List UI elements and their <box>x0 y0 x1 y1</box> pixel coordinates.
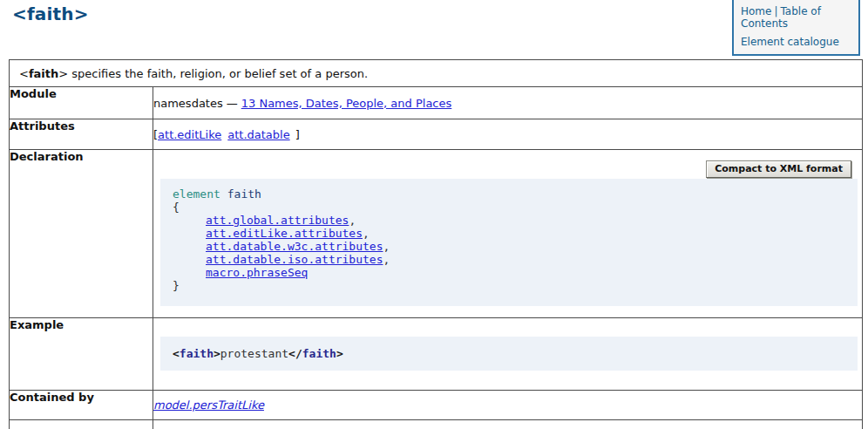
code-line: att.datable.iso.attributes, <box>173 253 858 266</box>
example-close-gt: > <box>336 347 343 360</box>
page-title: <faith> <box>12 3 89 24</box>
code-link-att-editlike-attributes[interactable]: att.editLike.attributes <box>206 227 363 240</box>
partial-bottom-value-cell <box>153 420 863 429</box>
nav-separator: | <box>774 5 777 17</box>
attribute-link-att-datable[interactable]: att.datable <box>227 128 289 141</box>
module-name: namesdates <box>153 97 223 110</box>
code-link-att-global-attributes[interactable]: att.global.attributes <box>206 214 349 227</box>
declaration-row: Declaration Compact to XML format elemen… <box>10 150 863 318</box>
code-link-att-datable-w3c-attributes[interactable]: att.datable.w3c.attributes <box>206 240 383 253</box>
description-row: <faith> specifies the faith, religion, o… <box>10 60 863 87</box>
declaration-code-block: elementfaith { att.global.attributes, at… <box>160 179 858 306</box>
nav-box: Home|Table of Contents Element catalogue <box>732 0 860 56</box>
example-value-cell: <faith>protestant</faith> <box>153 318 863 391</box>
attributes-label: Attributes <box>10 119 153 150</box>
description-tag-close: > <box>58 67 68 80</box>
code-comma: , <box>349 214 356 227</box>
example-close-tag: faith <box>302 347 336 360</box>
example-content: protestant <box>220 347 288 360</box>
contained-by-value-cell: model.persTraitLike <box>153 391 863 420</box>
nav-link-element-catalogue[interactable]: Element catalogue <box>741 36 839 48</box>
code-line: att.datable.w3c.attributes, <box>173 240 858 253</box>
code-line-element: elementfaith <box>173 187 858 201</box>
module-chapter-link[interactable]: 13 Names, Dates, People, and Places <box>241 97 452 110</box>
contained-by-label: Contained by <box>10 391 153 420</box>
description-tag-open: < <box>19 67 29 80</box>
code-line: att.global.attributes, <box>173 214 858 227</box>
contained-by-row: Contained by model.persTraitLike <box>10 391 863 420</box>
example-open-gt: > <box>214 347 220 360</box>
code-line: macro.phraseSeq <box>173 266 858 279</box>
contained-by-link-model-perstraitlike[interactable]: model.persTraitLike <box>153 398 264 412</box>
example-open-tag: faith <box>180 347 214 360</box>
module-value-cell: namesdates—13 Names, Dates, People, and … <box>153 87 863 119</box>
example-close-punct: </ <box>288 347 302 360</box>
nav-line-2: Element catalogue <box>741 36 853 48</box>
attributes-close-bracket: ] <box>295 128 300 141</box>
declaration-value-cell: Compact to XML format elementfaith { att… <box>153 150 863 318</box>
code-line: att.editLike.attributes, <box>173 227 858 240</box>
code-element-name: faith <box>227 187 261 201</box>
example-code-block: <faith>protestant</faith> <box>160 337 858 371</box>
attribute-link-att-editlike[interactable]: att.editLike <box>158 128 221 141</box>
code-close-brace: } <box>173 279 858 292</box>
code-link-macro-phraseseq[interactable]: macro.phraseSeq <box>206 266 308 279</box>
partial-bottom-label-cell <box>10 420 153 429</box>
element-spec-table: <faith> specifies the faith, religion, o… <box>9 59 863 429</box>
code-comma: , <box>383 253 390 266</box>
module-label: Module <box>10 87 153 119</box>
description-text: specifies the faith, religion, or belief… <box>68 67 368 80</box>
module-dash: — <box>227 97 238 110</box>
attributes-row: Attributes [att.editLikeatt.datable] <box>10 119 863 150</box>
nav-link-home[interactable]: Home <box>741 5 771 17</box>
code-comma: , <box>363 227 370 240</box>
code-open-brace: { <box>173 201 858 214</box>
partial-bottom-row <box>10 420 863 429</box>
description-element-name: faith <box>29 67 58 80</box>
nav-line-1: Home|Table of Contents <box>741 5 853 30</box>
attributes-value-cell: [att.editLikeatt.datable] <box>153 119 863 150</box>
example-label: Example <box>10 318 153 391</box>
code-keyword: element <box>173 187 220 201</box>
example-row: Example <faith>protestant</faith> <box>10 318 863 391</box>
description-cell: <faith> specifies the faith, religion, o… <box>10 60 863 87</box>
code-comma: , <box>383 240 390 253</box>
code-link-att-datable-iso-attributes[interactable]: att.datable.iso.attributes <box>206 253 383 266</box>
declaration-label: Declaration <box>10 150 153 318</box>
example-open-punct: < <box>173 347 180 360</box>
module-row: Module namesdates—13 Names, Dates, Peopl… <box>10 87 863 119</box>
compact-to-xml-button[interactable]: Compact to XML format <box>706 160 851 178</box>
